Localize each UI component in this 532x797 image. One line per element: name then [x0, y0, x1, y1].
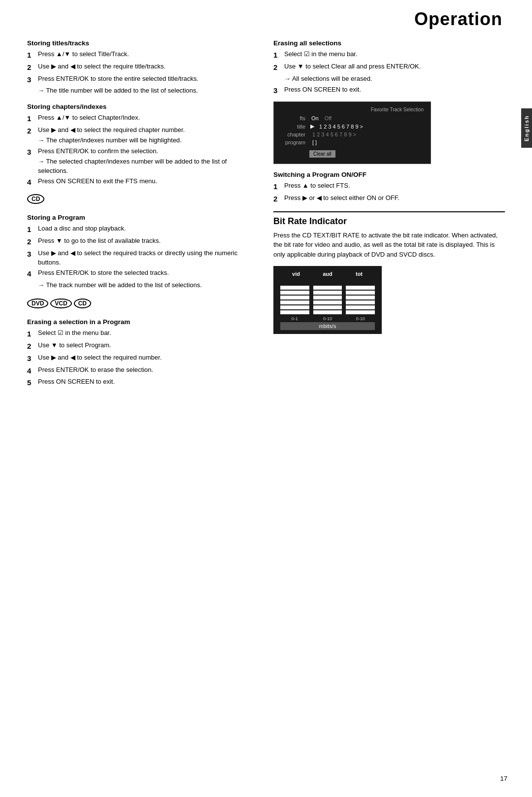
bar-seg [313, 310, 342, 314]
bar-seg [313, 305, 342, 309]
list-item: Use ▼ to select Clear all and press ENTE… [273, 62, 505, 73]
bar-seg [280, 286, 309, 290]
cd-disc-badge: CD [27, 194, 44, 204]
screen-clear-area: Clear all [309, 148, 424, 158]
list-item: Press ENTER/OK to store the selected tra… [27, 268, 259, 279]
tot-scale: 0-10 [346, 316, 375, 321]
screen-chapter-numbers: 1 2 3 4 5 6 7 8 9 > [312, 132, 356, 137]
bar-seg [280, 296, 309, 299]
note-title: The title number will be added to the li… [38, 86, 259, 95]
page-header: Operation [0, 0, 532, 34]
page-number: 17 [500, 775, 507, 782]
screen-title-label: title [281, 124, 305, 130]
bar-seg [346, 300, 375, 304]
screen-program-row: program [ ] [281, 139, 424, 145]
aud-col-label: aud [312, 271, 343, 277]
page-title: Operation [414, 9, 502, 29]
bit-rate-divider [273, 211, 505, 212]
cd-label: CD [27, 194, 44, 204]
screen-title-row: title ▶ 1 2 3 4 5 6 7 8 9 > [281, 123, 424, 130]
list-item: Use ▶ and ◀ to select the required track… [27, 249, 259, 267]
section-storing-titles-title: Storing titles/tracks [27, 39, 259, 47]
switching-program-list: Press ▲ to select FTS. Press ▶ or ◀ to s… [273, 181, 505, 204]
list-item: Press ▶ or ◀ to select either ON or OFF. [273, 194, 505, 204]
bar-seg [346, 305, 375, 309]
screen-program-label: program [281, 139, 305, 145]
vcd-label: VCD [50, 299, 71, 308]
bit-rate-description: Press the CD TEXT/BIT RATE to activate t… [273, 231, 505, 260]
right-column: Erasing all selections Select ☑ in the m… [273, 39, 505, 390]
vid-bar-col [280, 286, 309, 314]
bar-seg [346, 286, 375, 290]
bar-row [280, 280, 375, 314]
bar-seg [313, 291, 342, 295]
bit-rate-display: vid aud tot [273, 266, 382, 334]
storing-chapters-list: Press ▲/▼ to select Chapter/Index. Use ▶… [27, 113, 259, 188]
note-erasing: All selections will be erased. [284, 74, 505, 83]
screen-program-value: [ ] [312, 139, 317, 145]
section-erasing-all-title: Erasing all selections [273, 39, 505, 47]
vid-col-label: vid [280, 271, 312, 277]
screen-off-label: Off [325, 115, 332, 121]
list-item: Press ENTER/OK to store the entire selec… [27, 74, 259, 85]
section-storing-chapters-title: Storing chapters/indexes [27, 103, 259, 110]
list-item: Select ☑ in the menu bar. [273, 50, 505, 61]
cd-label2: CD [74, 299, 91, 308]
language-tab: English [521, 108, 532, 148]
list-item: Press ▲ to select FTS. [273, 181, 505, 192]
list-item: Press ▲/▼ to select Chapter/Index. [27, 113, 259, 124]
list-item: Press ON SCREEN to exit. [273, 85, 505, 96]
section-switching-program-title: Switching a Program ON/OFF [273, 171, 505, 178]
list-item: Load a disc and stop playback. [27, 224, 259, 235]
screen-chapter-label: chapter [281, 132, 305, 137]
storing-program-list: Load a disc and stop playback. Press ▼ t… [27, 224, 259, 279]
left-column: Storing titles/tracks Press ▲/▼ to selec… [27, 39, 259, 390]
section-erasing-selection-title: Erasing a selection in a Program [27, 318, 259, 326]
section-storing-program-title: Storing a Program [27, 214, 259, 221]
screen-title-arrow: ▶ [310, 123, 314, 130]
erasing-all-list: Select ☑ in the menu bar. Use ▼ to selec… [273, 50, 505, 73]
aud-bar-col [313, 286, 342, 314]
bit-rate-title: Bit Rate Indicator [273, 216, 505, 227]
screen-fts-row: fts On Off [281, 115, 424, 121]
dvd-vcd-cd-badge: DVD VCD CD [27, 299, 91, 308]
list-item: Select ☑ in the menu bar. [27, 329, 259, 339]
storing-titles-list: Press ▲/▼ to select Title/Track. Use ▶ a… [27, 50, 259, 85]
bar-seg [346, 296, 375, 299]
list-item: Use ▶ and ◀ to select the required numbe… [27, 353, 259, 364]
list-item: Press ▼ to go to the list of available t… [27, 236, 259, 247]
bar-seg [346, 310, 375, 314]
list-item: Press ON SCREEN to exit the FTS menu. [27, 177, 259, 188]
tot-col-label: tot [343, 271, 375, 277]
bar-seg [280, 291, 309, 295]
bar-seg [280, 305, 309, 309]
bit-rate-unit: mbits/s [280, 322, 375, 330]
bar-seg [280, 310, 309, 314]
bar-seg [313, 286, 342, 290]
bar-seg [346, 291, 375, 295]
list-item: Use ▼ to select Program. [27, 341, 259, 352]
aud-scale: 0-10 [313, 316, 342, 321]
vid-scale: 0-1 [280, 316, 309, 321]
screen-fts-label: fts [281, 115, 305, 121]
list-item: Press ENTER/OK to erase the selection. [27, 365, 259, 376]
list-item: Use ▶ and ◀ to select the require title/… [27, 62, 259, 73]
bar-seg [280, 300, 309, 304]
screen-clear-button: Clear all [309, 150, 335, 158]
screen-title: Favorite Track Selection [281, 107, 424, 112]
tot-bar-col [346, 286, 375, 314]
dvd-label: DVD [27, 299, 48, 308]
note-program: The track number will be added to the li… [38, 281, 259, 290]
erasing-selection-list: Select ☑ in the menu bar. Use ▼ to selec… [27, 329, 259, 388]
list-item: Press ON SCREEN to exit. [27, 377, 259, 388]
list-item: Press ENTER/OK to confirm the selection.… [27, 147, 259, 176]
list-item: Press ▲/▼ to select Title/Track. [27, 50, 259, 61]
screen-title-numbers: 1 2 3 4 5 6 7 8 9 > [319, 124, 363, 130]
list-item: Use ▶ and ◀ to select the required chapt… [27, 126, 259, 145]
screen-on-label: On [311, 115, 319, 121]
bar-seg [313, 300, 342, 304]
favorite-track-screen: Favorite Track Selection fts On Off titl… [273, 101, 431, 164]
screen-chapter-row: chapter 1 2 3 4 5 6 7 8 9 > [281, 132, 424, 137]
erasing-all-list-cont: Press ON SCREEN to exit. [273, 85, 505, 96]
bit-rate-scale: 0-1 0-10 0-10 [280, 316, 375, 321]
